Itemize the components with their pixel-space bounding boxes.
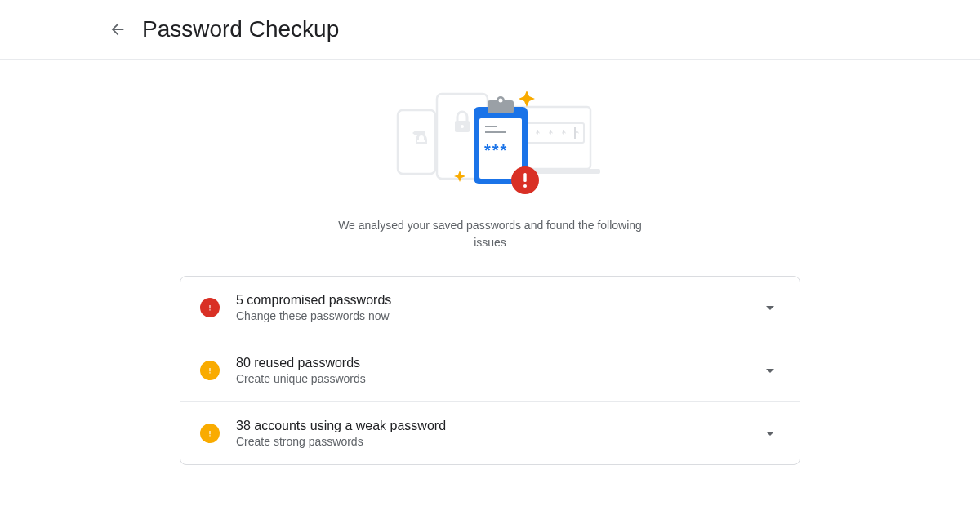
issues-card: 5 compromised passwords Change these pas… bbox=[180, 276, 800, 465]
main-content: ＊＊＊＊ *** We analysed your saved bbox=[180, 60, 800, 465]
row-title: 80 reused passwords bbox=[236, 356, 744, 370]
back-button[interactable] bbox=[108, 20, 127, 39]
page-title: Password Checkup bbox=[142, 16, 339, 42]
row-text: 38 accounts using a weak password Create… bbox=[236, 419, 744, 448]
row-weak[interactable]: 38 accounts using a weak password Create… bbox=[180, 402, 800, 464]
chevron-down-icon bbox=[760, 361, 780, 380]
row-subtitle: Create unique passwords bbox=[236, 372, 744, 385]
alert-icon bbox=[200, 298, 220, 317]
hero-illustration: ＊＊＊＊ *** bbox=[180, 76, 800, 202]
warning-icon bbox=[200, 361, 220, 380]
svg-rect-8 bbox=[574, 127, 576, 139]
svg-rect-18 bbox=[523, 173, 526, 182]
chevron-down-icon bbox=[760, 298, 780, 317]
hero: ＊＊＊＊ *** We analysed your saved bbox=[180, 76, 800, 251]
warning-icon bbox=[200, 424, 220, 443]
row-reused[interactable]: 80 reused passwords Create unique passwo… bbox=[180, 339, 800, 402]
svg-text:＊＊＊＊: ＊＊＊＊ bbox=[532, 127, 585, 140]
row-text: 80 reused passwords Create unique passwo… bbox=[236, 356, 744, 385]
svg-point-19 bbox=[523, 184, 527, 188]
row-title: 5 compromised passwords bbox=[236, 293, 744, 308]
svg-point-13 bbox=[499, 99, 503, 103]
row-compromised[interactable]: 5 compromised passwords Change these pas… bbox=[180, 277, 800, 339]
row-title: 38 accounts using a weak password bbox=[236, 419, 744, 433]
header: Password Checkup bbox=[0, 0, 980, 60]
svg-point-3 bbox=[461, 125, 464, 128]
row-subtitle: Change these passwords now bbox=[236, 309, 744, 322]
row-text: 5 compromised passwords Change these pas… bbox=[236, 293, 744, 322]
svg-text:***: *** bbox=[484, 141, 508, 159]
row-subtitle: Create strong passwords bbox=[236, 435, 744, 448]
chevron-down-icon bbox=[760, 424, 780, 443]
hero-subtitle: We analysed your saved passwords and fou… bbox=[335, 217, 645, 251]
arrow-left-icon bbox=[109, 20, 127, 38]
